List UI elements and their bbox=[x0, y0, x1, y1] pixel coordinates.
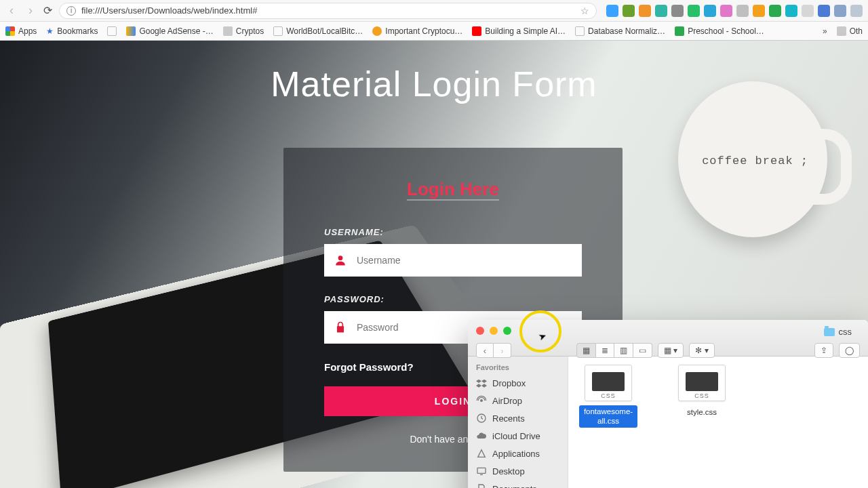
username-label: USERNAME: bbox=[324, 227, 582, 237]
bookmark-folder[interactable]: Cryptos bbox=[223, 26, 264, 36]
file-ext: CSS bbox=[585, 392, 631, 399]
back-button[interactable]: ‹ bbox=[5, 3, 18, 18]
ext-icon[interactable] bbox=[818, 5, 830, 17]
sidebar-label: iCloud Drive bbox=[492, 431, 540, 441]
browser-toolbar: ‹ › ⟳ i file:///Users/user/Downloads/web… bbox=[0, 0, 868, 22]
ext-icon[interactable] bbox=[785, 5, 797, 17]
minimize-icon[interactable] bbox=[490, 327, 498, 335]
ext-icon[interactable] bbox=[704, 5, 716, 17]
view-columns-button[interactable]: ▥ bbox=[614, 343, 633, 358]
sidebar-item-applications[interactable]: Applications bbox=[468, 445, 568, 462]
bookmarks-overflow[interactable]: » bbox=[823, 26, 827, 36]
bk-label: WorldBot/LocalBitc… bbox=[286, 26, 363, 36]
apps-shortcut[interactable]: Apps bbox=[5, 26, 37, 36]
close-icon[interactable] bbox=[476, 327, 484, 335]
ext-icon[interactable] bbox=[688, 5, 700, 17]
file-name: fontawesome-all.css bbox=[579, 405, 637, 428]
svg-point-1 bbox=[480, 399, 483, 402]
file-item[interactable]: CSS style.css bbox=[673, 365, 731, 418]
lock-icon bbox=[334, 321, 347, 334]
password-label: PASSWORD: bbox=[324, 294, 582, 304]
maximize-icon[interactable] bbox=[503, 327, 511, 335]
forward-button[interactable]: › bbox=[24, 3, 37, 18]
file-item-selected[interactable]: CSS fontawesome-all.css bbox=[579, 365, 637, 428]
tags-button[interactable]: ◯ bbox=[839, 343, 860, 358]
ext-icon[interactable] bbox=[736, 5, 749, 17]
sidebar-label: Applications bbox=[492, 449, 540, 459]
finder-forward-button[interactable]: › bbox=[494, 343, 511, 358]
bookmark-item[interactable]: Building a Simple AI… bbox=[472, 26, 566, 36]
ext-icon[interactable] bbox=[655, 5, 667, 17]
action-menu-button[interactable]: ✻ ▾ bbox=[689, 343, 714, 358]
sidebar-label: Recents bbox=[492, 413, 525, 424]
view-icons-button[interactable]: ▦ bbox=[576, 343, 596, 358]
sidebar-label: Desktop bbox=[492, 466, 525, 476]
bookmark-item[interactable]: Database Normaliz… bbox=[575, 26, 665, 36]
share-button[interactable]: ⇪ bbox=[814, 343, 833, 358]
bk-label: Google AdSense -… bbox=[139, 26, 213, 36]
svg-rect-3 bbox=[477, 468, 486, 473]
sidebar-item-documents[interactable]: Documents bbox=[468, 480, 568, 488]
sidebar-label: Documents bbox=[492, 484, 537, 489]
bookmark-item[interactable]: Important Cryptocu… bbox=[372, 26, 462, 36]
bookmark-item[interactable]: WorldBot/LocalBitc… bbox=[273, 26, 363, 36]
ext-icon[interactable] bbox=[720, 5, 732, 17]
page-content: coffee break ; Material Login Form Login… bbox=[0, 41, 868, 488]
bookmark-folder[interactable]: Oth bbox=[837, 26, 863, 36]
bk-label: Building a Simple AI… bbox=[485, 26, 566, 36]
mug-text: coffee break ; bbox=[702, 155, 808, 167]
ext-icon[interactable] bbox=[639, 5, 651, 17]
bookmark-item[interactable]: Google AdSense -… bbox=[126, 26, 213, 36]
username-input-wrap bbox=[324, 244, 582, 277]
bk-label: Oth bbox=[850, 26, 863, 36]
extension-icons bbox=[604, 5, 863, 17]
ext-icon[interactable] bbox=[769, 5, 781, 17]
url-bar[interactable]: i file:///Users/user/Downloads/web/index… bbox=[59, 3, 597, 19]
ext-icon[interactable] bbox=[671, 5, 684, 17]
finder-nav: ‹ › bbox=[476, 343, 511, 358]
group-by-button[interactable]: ▦ ▾ bbox=[658, 343, 684, 358]
bookmarks-shortcut[interactable]: ★Bookmarks bbox=[46, 26, 98, 36]
bookmark-star-icon[interactable]: ☆ bbox=[580, 5, 589, 16]
finder-back-button[interactable]: ‹ bbox=[476, 343, 494, 358]
bk-label: Database Normaliz… bbox=[588, 26, 665, 36]
finder-title-text: css bbox=[839, 327, 852, 337]
ext-icon[interactable] bbox=[850, 5, 863, 17]
ext-icon[interactable] bbox=[802, 5, 814, 17]
bookmarks-label: Bookmarks bbox=[57, 26, 98, 36]
ext-icon[interactable] bbox=[753, 5, 765, 17]
svg-point-0 bbox=[338, 256, 343, 260]
bookmarks-bar: Apps ★Bookmarks Google AdSense -… Crypto… bbox=[0, 22, 868, 41]
file-thumbnail: CSS bbox=[585, 365, 632, 401]
window-traffic-lights bbox=[476, 327, 511, 335]
ext-icon[interactable] bbox=[606, 5, 618, 17]
bookmark-item[interactable] bbox=[107, 26, 117, 36]
sidebar-item-dropbox[interactable]: Dropbox bbox=[468, 374, 568, 392]
sidebar-item-recents[interactable]: Recents bbox=[468, 409, 568, 427]
page-title: Material Login Form bbox=[0, 64, 868, 104]
login-heading: Login Here bbox=[324, 179, 582, 200]
finder-title: css bbox=[824, 327, 852, 337]
sidebar-label: AirDrop bbox=[492, 396, 522, 406]
sidebar-label: Dropbox bbox=[492, 378, 526, 388]
bookmark-item[interactable]: Preschool - School… bbox=[675, 26, 764, 36]
file-ext: CSS bbox=[679, 392, 725, 399]
reload-button[interactable]: ⟳ bbox=[43, 4, 52, 17]
folder-icon bbox=[824, 328, 835, 336]
sidebar-item-icloud[interactable]: iCloud Drive bbox=[468, 427, 568, 445]
username-input[interactable] bbox=[357, 255, 572, 266]
finder-toolbar[interactable]: css ‹ › ▦ ≣ ▥ ▭ ▦ ▾ ✻ ▾ ⇪ ◯ bbox=[468, 320, 868, 357]
user-icon bbox=[334, 253, 347, 267]
view-list-button[interactable]: ≣ bbox=[596, 343, 614, 358]
bk-label: Cryptos bbox=[236, 26, 264, 36]
site-info-icon[interactable]: i bbox=[66, 6, 76, 16]
sidebar-item-airdrop[interactable]: AirDrop bbox=[468, 392, 568, 409]
ext-icon[interactable] bbox=[834, 5, 846, 17]
apps-label: Apps bbox=[18, 26, 37, 36]
view-gallery-button[interactable]: ▭ bbox=[633, 343, 652, 358]
bk-label: Preschool - School… bbox=[688, 26, 764, 36]
ext-icon[interactable] bbox=[623, 5, 635, 17]
finder-window: css ‹ › ▦ ≣ ▥ ▭ ▦ ▾ ✻ ▾ ⇪ ◯ Favor bbox=[468, 320, 868, 488]
finder-view-controls: ▦ ≣ ▥ ▭ ▦ ▾ ✻ ▾ ⇪ ◯ bbox=[576, 343, 860, 358]
sidebar-item-desktop[interactable]: Desktop bbox=[468, 462, 568, 480]
